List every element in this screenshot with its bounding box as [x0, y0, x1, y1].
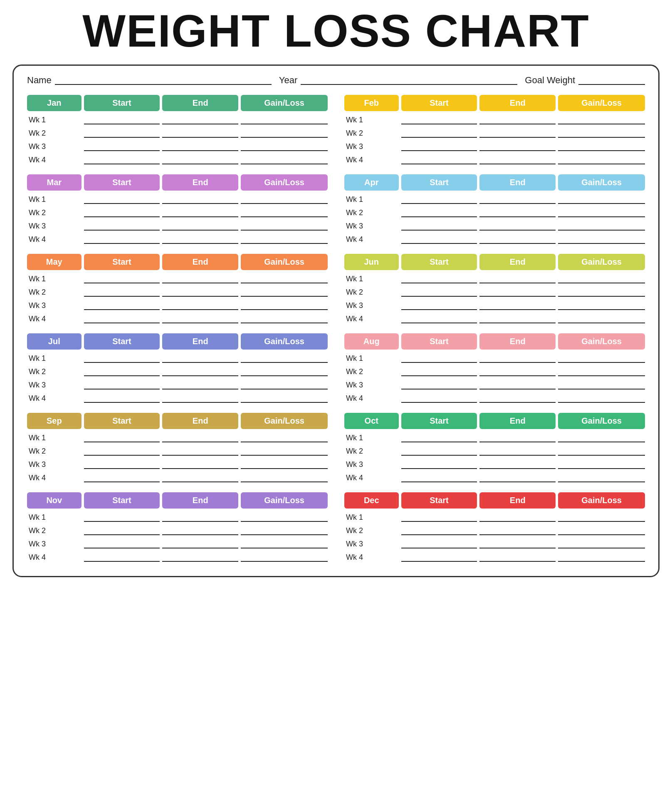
wk-label-sep-4: Wk 4 [27, 474, 82, 482]
wk-end-line-jan-3 [162, 142, 238, 151]
wk-start-line-oct-4 [401, 473, 477, 482]
wk-label-may-1: Wk 1 [27, 275, 82, 283]
month-block-sep: SepStartEndGain/LossWk 1Wk 2Wk 3Wk 4 [27, 413, 328, 485]
month-header-jun: JunStartEndGain/Loss [344, 254, 645, 270]
col-header-start: Start [401, 254, 477, 270]
wk-label-aug-3: Wk 3 [344, 381, 399, 390]
wk-end-line-may-2 [162, 288, 238, 297]
month-name-cell-dec: Dec [344, 492, 399, 509]
col-header-end: End [479, 174, 556, 191]
wk-gainloss-line-jan-4 [241, 155, 328, 164]
info-row: Name Year Goal Weight [27, 75, 645, 86]
wk-end-line-jun-4 [479, 314, 556, 323]
week-row: Wk 1 [344, 273, 645, 285]
wk-start-line-aug-3 [401, 380, 477, 390]
wk-start-line-jun-4 [401, 314, 477, 323]
wk-start-line-aug-4 [401, 394, 477, 403]
col-header-gainloss: Gain/Loss [558, 254, 645, 270]
month-block-aug: AugStartEndGain/LossWk 1Wk 2Wk 3Wk 4 [344, 333, 645, 405]
wk-start-line-dec-2 [401, 526, 477, 535]
wk-end-line-sep-1 [162, 433, 238, 442]
wk-start-line-dec-1 [401, 513, 477, 522]
wk-start-line-apr-1 [401, 195, 477, 204]
wk-end-line-dec-1 [479, 513, 556, 522]
wk-label-jul-3: Wk 3 [27, 381, 82, 390]
wk-end-line-jun-1 [479, 274, 556, 283]
wk-gainloss-line-nov-4 [241, 553, 328, 562]
week-row: Wk 1 [27, 273, 328, 285]
month-name-cell-jan: Jan [27, 95, 82, 111]
wk-gainloss-line-mar-3 [241, 221, 328, 231]
wk-gainloss-line-apr-2 [558, 208, 645, 217]
wk-gainloss-line-aug-2 [558, 367, 645, 376]
col-header-end: End [479, 95, 556, 111]
week-row: Wk 3 [27, 538, 328, 550]
wk-end-line-jul-3 [162, 380, 238, 390]
wk-start-line-may-1 [84, 274, 160, 283]
wk-start-line-feb-4 [401, 155, 477, 164]
wk-gainloss-line-jul-1 [241, 354, 328, 363]
wk-end-line-mar-4 [162, 235, 238, 244]
wk-label-apr-1: Wk 1 [344, 195, 399, 204]
goal-label: Goal Weight [525, 75, 575, 86]
wk-start-line-aug-2 [401, 367, 477, 376]
wk-start-line-jul-3 [84, 380, 160, 390]
week-row: Wk 3 [344, 220, 645, 232]
wk-gainloss-line-jan-3 [241, 142, 328, 151]
col-header-start: Start [84, 174, 160, 191]
wk-gainloss-line-apr-4 [558, 235, 645, 244]
week-row: Wk 2 [27, 286, 328, 298]
week-row: Wk 2 [27, 365, 328, 378]
week-row: Wk 4 [344, 471, 645, 484]
col-header-start: Start [401, 492, 477, 509]
wk-label-jun-4: Wk 4 [344, 315, 399, 323]
wk-start-line-nov-3 [84, 539, 160, 548]
wk-label-mar-2: Wk 2 [27, 208, 82, 217]
wk-gainloss-line-mar-1 [241, 195, 328, 204]
wk-end-line-oct-3 [479, 460, 556, 469]
year-label: Year [279, 75, 297, 86]
wk-end-line-feb-1 [479, 115, 556, 124]
col-header-gainloss: Gain/Loss [558, 413, 645, 429]
wk-gainloss-line-may-4 [241, 314, 328, 323]
week-row: Wk 2 [344, 524, 645, 537]
name-label: Name [27, 75, 52, 86]
col-header-end: End [479, 333, 556, 350]
wk-label-nov-4: Wk 4 [27, 553, 82, 562]
wk-gainloss-line-feb-3 [558, 142, 645, 151]
week-row: Wk 3 [344, 299, 645, 312]
month-block-jun: JunStartEndGain/LossWk 1Wk 2Wk 3Wk 4 [344, 254, 645, 326]
week-row: Wk 2 [344, 206, 645, 219]
week-row: Wk 3 [27, 379, 328, 391]
wk-gainloss-line-apr-3 [558, 221, 645, 231]
wk-label-sep-1: Wk 1 [27, 434, 82, 442]
col-header-start: Start [401, 333, 477, 350]
week-row: Wk 4 [344, 233, 645, 246]
wk-end-line-apr-1 [479, 195, 556, 204]
month-header-jan: JanStartEndGain/Loss [27, 95, 328, 111]
week-row: Wk 1 [27, 114, 328, 126]
wk-end-line-feb-4 [479, 155, 556, 164]
wk-label-apr-4: Wk 4 [344, 235, 399, 244]
wk-gainloss-line-oct-3 [558, 460, 645, 469]
col-header-start: Start [401, 95, 477, 111]
col-header-start: Start [84, 254, 160, 270]
wk-label-nov-3: Wk 3 [27, 540, 82, 548]
wk-label-dec-3: Wk 3 [344, 540, 399, 548]
wk-gainloss-line-feb-4 [558, 155, 645, 164]
wk-gainloss-line-sep-4 [241, 473, 328, 482]
col-header-end: End [162, 95, 238, 111]
wk-start-line-jun-2 [401, 288, 477, 297]
week-row: Wk 1 [344, 432, 645, 444]
wk-label-mar-3: Wk 3 [27, 222, 82, 231]
week-row: Wk 3 [27, 220, 328, 232]
wk-start-line-apr-3 [401, 221, 477, 231]
wk-start-line-may-4 [84, 314, 160, 323]
wk-gainloss-line-sep-2 [241, 447, 328, 456]
wk-label-mar-1: Wk 1 [27, 195, 82, 204]
wk-label-jan-1: Wk 1 [27, 116, 82, 124]
wk-label-jun-1: Wk 1 [344, 275, 399, 283]
wk-end-line-jun-2 [479, 288, 556, 297]
wk-label-oct-3: Wk 3 [344, 460, 399, 469]
week-row: Wk 1 [344, 193, 645, 206]
